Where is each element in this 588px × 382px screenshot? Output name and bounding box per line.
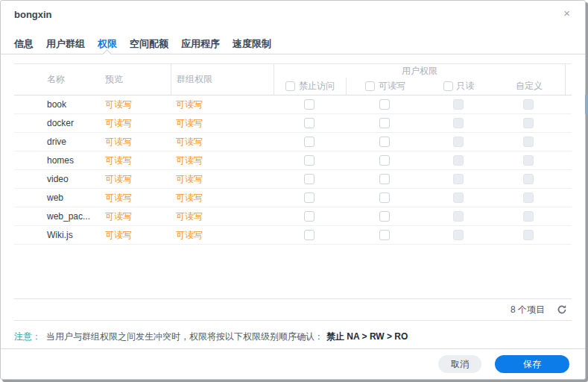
dialog-footer: 取消 保存 bbox=[1, 348, 585, 379]
no-access-select-all-checkbox[interactable] bbox=[285, 81, 295, 91]
shared-folder-name: book bbox=[14, 99, 100, 110]
no-access-checkbox[interactable] bbox=[304, 230, 314, 240]
status-bar: 8 个项目 bbox=[14, 298, 572, 321]
custom-checkbox[interactable] bbox=[523, 230, 534, 240]
subcolumn-read-only: 只读 bbox=[424, 78, 493, 95]
read-write-checkbox[interactable] bbox=[379, 137, 390, 147]
cancel-button[interactable]: 取消 bbox=[438, 355, 481, 373]
tab-bar: 信息 用户群组 权限 空间配额 应用程序 速度限制 bbox=[1, 34, 585, 54]
preview-permission: 可读写 bbox=[100, 192, 171, 204]
no-access-checkbox[interactable] bbox=[304, 155, 314, 166]
custom-checkbox[interactable] bbox=[523, 137, 534, 147]
custom-checkbox[interactable] bbox=[523, 99, 534, 110]
table-body: book 可读写 可读写 docker 可读写 可读写 drive 可读写 可读… bbox=[14, 96, 572, 245]
preview-permission: 可读写 bbox=[100, 229, 171, 242]
tab-label: 空间配额 bbox=[130, 38, 168, 49]
table-row: drive 可读写 可读写 bbox=[14, 133, 572, 151]
note-label: 注意： bbox=[14, 331, 41, 342]
no-access-checkbox[interactable] bbox=[304, 137, 314, 147]
group-permission: 可读写 bbox=[171, 192, 274, 204]
read-write-checkbox[interactable] bbox=[379, 230, 390, 240]
read-only-checkbox[interactable] bbox=[453, 137, 464, 147]
read-only-checkbox[interactable] bbox=[453, 174, 464, 184]
tab-info[interactable]: 信息 bbox=[14, 34, 34, 54]
custom-checkbox[interactable] bbox=[523, 211, 534, 222]
user-permission-section: 用户权限 禁止访问 可读写 只读 自定义 bbox=[274, 64, 566, 95]
table-header: 名称 预览 群组权限 用户权限 禁止访问 可读写 只读 bbox=[14, 63, 572, 96]
no-access-checkbox[interactable] bbox=[304, 118, 314, 128]
conflict-note: 注意：当用户与群组权限之间发生冲突时，权限将按以下权限级别顺序确认：禁止 NA … bbox=[14, 321, 572, 342]
dialog-title: bongxin bbox=[14, 9, 52, 20]
read-only-checkbox[interactable] bbox=[453, 99, 464, 110]
read-only-checkbox[interactable] bbox=[453, 155, 464, 166]
subcolumn-read-write-label: 可读写 bbox=[379, 80, 405, 93]
column-header-name: 名称 bbox=[14, 64, 100, 95]
subcolumn-custom: 自定义 bbox=[493, 78, 565, 95]
permission-panel: 名称 预览 群组权限 用户权限 禁止访问 可读写 只读 bbox=[14, 54, 572, 342]
column-header-preview: 预览 bbox=[100, 64, 171, 95]
column-header-group-permission: 群组权限 bbox=[171, 64, 274, 95]
no-access-checkbox[interactable] bbox=[304, 174, 314, 184]
tab-label: 应用程序 bbox=[181, 38, 220, 49]
tab-label: 用户群组 bbox=[46, 38, 85, 49]
shared-folder-name: homes bbox=[14, 155, 100, 166]
close-icon[interactable]: × bbox=[560, 4, 573, 22]
tab-permissions[interactable]: 权限 bbox=[98, 34, 117, 54]
read-write-select-all-checkbox[interactable] bbox=[365, 81, 375, 91]
group-permission: 可读写 bbox=[171, 98, 274, 111]
read-write-checkbox[interactable] bbox=[379, 155, 390, 166]
custom-checkbox[interactable] bbox=[523, 192, 534, 203]
no-access-checkbox[interactable] bbox=[304, 99, 314, 110]
group-permission: 可读写 bbox=[171, 210, 274, 223]
read-write-checkbox[interactable] bbox=[379, 174, 390, 184]
subcolumn-read-only-label: 只读 bbox=[457, 80, 475, 93]
preview-permission: 可读写 bbox=[100, 136, 171, 148]
preview-permission: 可读写 bbox=[100, 117, 171, 130]
subcolumn-read-write: 可读写 bbox=[346, 78, 424, 95]
table-row: web 可读写 可读写 bbox=[14, 189, 572, 207]
user-permission-subheader: 禁止访问 可读写 只读 自定义 bbox=[274, 78, 565, 95]
table-empty-area bbox=[14, 245, 572, 298]
read-only-select-all-checkbox[interactable] bbox=[443, 81, 453, 91]
tab-applications[interactable]: 应用程序 bbox=[181, 34, 220, 54]
no-access-checkbox[interactable] bbox=[304, 211, 314, 222]
shared-folder-name: web_pac... bbox=[14, 211, 100, 222]
group-permission: 可读写 bbox=[171, 136, 274, 148]
shared-folder-name: Wiki.js bbox=[14, 230, 100, 240]
custom-checkbox[interactable] bbox=[523, 118, 534, 128]
shared-folder-name: video bbox=[14, 174, 100, 184]
read-only-checkbox[interactable] bbox=[453, 230, 464, 240]
read-write-checkbox[interactable] bbox=[379, 118, 390, 128]
preview-permission: 可读写 bbox=[100, 154, 171, 167]
tab-quota[interactable]: 空间配额 bbox=[130, 34, 168, 54]
tab-user-groups[interactable]: 用户群组 bbox=[46, 34, 85, 54]
read-write-checkbox[interactable] bbox=[379, 211, 390, 222]
table-row: docker 可读写 可读写 bbox=[14, 114, 572, 133]
tab-label: 权限 bbox=[98, 38, 117, 49]
read-only-checkbox[interactable] bbox=[453, 211, 464, 222]
preview-permission: 可读写 bbox=[100, 210, 171, 223]
user-edit-dialog: bongxin × 信息 用户群组 权限 空间配额 应用程序 速度限制 名称 预… bbox=[0, 0, 586, 380]
custom-checkbox[interactable] bbox=[523, 174, 534, 184]
preview-permission: 可读写 bbox=[100, 98, 171, 111]
subcolumn-custom-label: 自定义 bbox=[516, 80, 543, 93]
save-button[interactable]: 保存 bbox=[495, 355, 569, 373]
shared-folder-name: docker bbox=[14, 118, 100, 128]
group-permission: 可读写 bbox=[171, 117, 274, 130]
tab-speed-limit[interactable]: 速度限制 bbox=[233, 34, 271, 54]
column-header-user-permission: 用户权限 bbox=[274, 64, 565, 78]
tab-label: 速度限制 bbox=[233, 38, 271, 49]
table-row: homes 可读写 可读写 bbox=[14, 151, 572, 170]
scrollbar-thumb[interactable] bbox=[585, 95, 588, 114]
table-row: video 可读写 可读写 bbox=[14, 170, 572, 189]
no-access-checkbox[interactable] bbox=[304, 192, 314, 203]
group-permission: 可读写 bbox=[171, 229, 274, 242]
refresh-icon[interactable] bbox=[557, 304, 567, 315]
read-write-checkbox[interactable] bbox=[379, 192, 390, 203]
read-write-checkbox[interactable] bbox=[379, 99, 390, 110]
table-row: book 可读写 可读写 bbox=[14, 96, 572, 114]
read-only-checkbox[interactable] bbox=[453, 118, 464, 128]
note-priority-order: 禁止 NA > RW > RO bbox=[326, 331, 408, 342]
read-only-checkbox[interactable] bbox=[453, 192, 464, 203]
custom-checkbox[interactable] bbox=[523, 155, 534, 166]
